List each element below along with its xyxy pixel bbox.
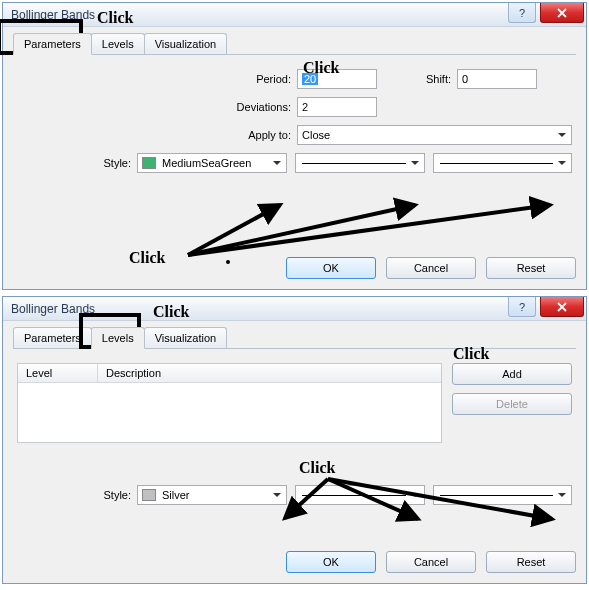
levels-table[interactable]: Level Description xyxy=(17,363,442,443)
style-line-select[interactable] xyxy=(295,153,425,173)
dialog-bollinger-levels: Bollinger Bands ? Parameters Levels Visu… xyxy=(2,296,587,584)
cancel-button[interactable]: Cancel xyxy=(386,257,476,279)
label-shift: Shift: xyxy=(377,73,457,85)
reset-button[interactable]: Reset xyxy=(486,257,576,279)
close-icon xyxy=(557,302,567,312)
reset-button[interactable]: Reset xyxy=(486,551,576,573)
titlebar: Bollinger Bands ? xyxy=(3,297,586,321)
tab-parameters[interactable]: Parameters xyxy=(13,33,92,55)
label-period: Period: xyxy=(17,73,297,85)
line-style-icon xyxy=(302,163,406,164)
close-button[interactable] xyxy=(540,3,584,23)
close-icon xyxy=(557,8,567,18)
line-width-icon xyxy=(440,495,553,496)
table-header-level: Level xyxy=(18,364,98,382)
tab-levels[interactable]: Levels xyxy=(91,33,145,54)
svg-line-0 xyxy=(188,205,280,255)
svg-line-1 xyxy=(188,205,415,255)
style-color-select[interactable]: MediumSeaGreen xyxy=(137,153,287,173)
shift-input[interactable] xyxy=(457,69,537,89)
delete-button[interactable]: Delete xyxy=(452,393,572,415)
period-value: 20 xyxy=(302,73,318,85)
period-input[interactable]: 20 xyxy=(297,69,377,89)
label-apply-to: Apply to: xyxy=(17,129,297,141)
annotation-click: Click xyxy=(299,459,335,477)
svg-line-2 xyxy=(188,205,550,255)
color-swatch-icon xyxy=(142,157,156,169)
apply-to-select[interactable]: Close xyxy=(297,125,572,145)
style-color-select[interactable]: Silver xyxy=(137,485,287,505)
tab-visualization[interactable]: Visualization xyxy=(144,33,228,54)
ok-button[interactable]: OK xyxy=(286,551,376,573)
color-swatch-icon xyxy=(142,489,156,501)
style-width-select[interactable] xyxy=(433,153,572,173)
apply-to-value: Close xyxy=(302,129,330,141)
cancel-button[interactable]: Cancel xyxy=(386,551,476,573)
style-line-select[interactable] xyxy=(295,485,425,505)
tab-levels[interactable]: Levels xyxy=(91,327,145,349)
add-button[interactable]: Add xyxy=(452,363,572,385)
ok-button[interactable]: OK xyxy=(286,257,376,279)
style-width-select[interactable] xyxy=(433,485,572,505)
label-deviations: Deviations: xyxy=(17,101,297,113)
label-style: Style: xyxy=(17,157,137,169)
close-button[interactable] xyxy=(540,297,584,317)
window-title: Bollinger Bands xyxy=(11,302,95,316)
label-style: Style: xyxy=(17,489,137,501)
deviations-input[interactable] xyxy=(297,97,377,117)
style-color-value: Silver xyxy=(162,489,190,501)
tab-bar: Parameters Levels Visualization xyxy=(13,325,576,349)
window-title: Bollinger Bands xyxy=(11,8,95,22)
titlebar: Bollinger Bands ? xyxy=(3,3,586,27)
line-style-icon xyxy=(302,495,406,496)
dialog-bollinger-parameters: Bollinger Bands ? Parameters Levels Visu… xyxy=(2,2,587,290)
help-button[interactable]: ? xyxy=(508,297,536,317)
table-header-description: Description xyxy=(98,364,441,382)
line-width-icon xyxy=(440,163,553,164)
tab-visualization[interactable]: Visualization xyxy=(144,327,228,348)
help-button[interactable]: ? xyxy=(508,3,536,23)
tab-bar: Parameters Levels Visualization xyxy=(13,31,576,55)
style-color-value: MediumSeaGreen xyxy=(162,157,251,169)
tab-parameters[interactable]: Parameters xyxy=(13,327,92,348)
